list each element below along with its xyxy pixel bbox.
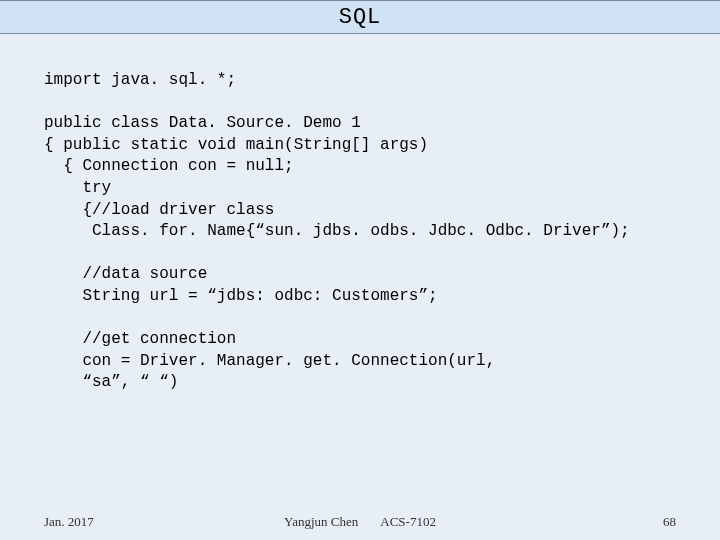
code-block: import java. sql. *; public class Data. …: [0, 34, 720, 394]
footer-date: Jan. 2017: [44, 514, 94, 530]
code-line: { Connection con = null;: [44, 157, 294, 175]
code-line: public class Data. Source. Demo 1: [44, 114, 361, 132]
code-line: “sa”, “ “): [44, 373, 178, 391]
code-line: {//load driver class: [44, 201, 274, 219]
code-line: { public static void main(String[] args): [44, 136, 428, 154]
code-line: Class. for. Name{“sun. jdbs. odbs. Jdbc.…: [44, 222, 630, 240]
code-line: //data source: [44, 265, 207, 283]
slide-title: SQL: [339, 5, 382, 30]
footer-author: Yangjun Chen ACS-7102: [284, 514, 436, 530]
footer-page-number: 68: [663, 514, 676, 530]
code-line: //get connection: [44, 330, 236, 348]
code-line: String url = “jdbs: odbc: Customers”;: [44, 287, 438, 305]
title-bar: SQL: [0, 0, 720, 34]
code-line: con = Driver. Manager. get. Connection(u…: [44, 352, 495, 370]
code-line: try: [44, 179, 111, 197]
code-line: import java. sql. *;: [44, 71, 236, 89]
